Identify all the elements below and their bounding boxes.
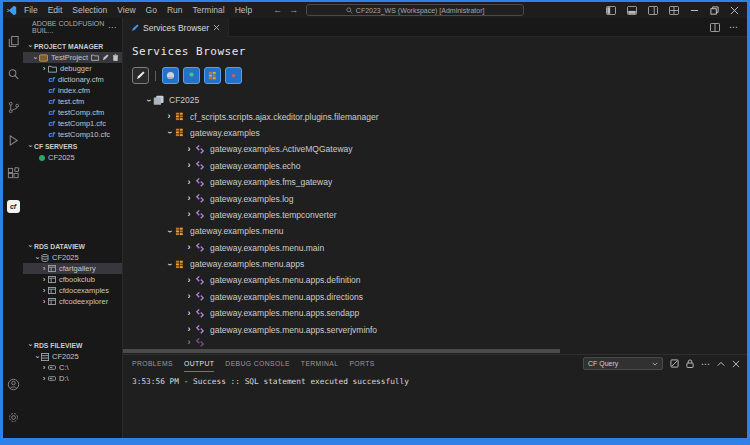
chevron-right-icon: › bbox=[40, 65, 48, 73]
project-testproject[interactable]: › TestProject bbox=[23, 52, 122, 63]
menu-edit[interactable]: Edit bbox=[43, 5, 68, 15]
clear-output-icon[interactable] bbox=[670, 359, 679, 368]
run-debug-icon[interactable] bbox=[3, 124, 23, 157]
explorer-icon[interactable] bbox=[3, 25, 23, 58]
cf-file-icon: cf bbox=[47, 131, 56, 138]
command-center-search[interactable]: CF2023_WS (Workspace) [Administrator] bbox=[306, 4, 524, 16]
close-window-button[interactable] bbox=[730, 6, 739, 15]
tree-item-apps-directions[interactable]: › gateway.examples.menu.apps.directions bbox=[132, 289, 747, 305]
sidebar-more-actions-icon[interactable]: ⋯ bbox=[108, 23, 117, 32]
tree-item-tempconverter[interactable]: › gateway.examples.tempconverter bbox=[132, 207, 747, 223]
tree-item-partial[interactable]: › bbox=[132, 338, 747, 348]
tree-item-echo[interactable]: › gateway.examples.echo bbox=[132, 158, 747, 174]
split-editor-icon[interactable] bbox=[710, 23, 720, 32]
chevron-right-icon: › bbox=[184, 292, 194, 301]
output-channel-select[interactable]: CF Query bbox=[583, 357, 663, 370]
component-icon bbox=[194, 144, 205, 155]
back-arrow-icon[interactable]: ← bbox=[273, 5, 282, 15]
tab-services-browser[interactable]: Services Browser bbox=[123, 18, 229, 37]
menu-help[interactable]: Help bbox=[230, 5, 257, 15]
toggle-panel-icon[interactable] bbox=[627, 6, 637, 15]
chevron-right-icon: › bbox=[40, 287, 48, 295]
edit-pencil-icon[interactable] bbox=[102, 54, 109, 61]
datasource-cfbookclub[interactable]: › cfbookclub bbox=[23, 274, 122, 285]
settings-gear-icon[interactable] bbox=[7, 401, 20, 434]
folder-debugger[interactable]: › debugger bbox=[23, 63, 122, 74]
cf-file-icon: cf bbox=[47, 76, 56, 83]
tree-item-cf2025[interactable]: › CF2025 bbox=[132, 92, 747, 108]
tab-output[interactable]: OUTPUT bbox=[184, 355, 214, 372]
panel-more-actions-icon[interactable]: ⋯ bbox=[701, 359, 710, 369]
close-tab-icon[interactable] bbox=[213, 24, 220, 31]
tab-terminal[interactable]: TERMINAL bbox=[301, 355, 339, 372]
section-rds-fileview[interactable]: › RDS FILEVIEW bbox=[23, 339, 122, 351]
tree-item-activemqgateway[interactable]: › gateway.examples.ActiveMQGateway bbox=[132, 141, 747, 157]
tree-item-apps-sendapp[interactable]: › gateway.examples.menu.apps.sendapp bbox=[132, 305, 747, 321]
package-filter-button[interactable] bbox=[204, 67, 221, 84]
new-folder-icon[interactable] bbox=[91, 54, 99, 61]
tab-problems[interactable]: PROBLEMS bbox=[132, 355, 173, 372]
tree-item-apps-definition[interactable]: › gateway.examples.menu.apps.definition bbox=[132, 272, 747, 288]
drive-c[interactable]: › C:\ bbox=[23, 362, 122, 373]
datasource-cfdocexamples[interactable]: › cfdocexamples bbox=[23, 285, 122, 296]
rds-fileview-root[interactable]: › CF2025 bbox=[23, 351, 122, 362]
tree-item-gateway-examples[interactable]: › gateway.examples bbox=[132, 125, 747, 141]
file-testcomp1-cfc[interactable]: cftestComp1.cfc bbox=[23, 118, 122, 129]
datasource-cfcodeexplorer[interactable]: › cfcodeexplorer bbox=[23, 296, 122, 307]
section-project-manager[interactable]: › PROJECT MANAGER bbox=[23, 40, 122, 52]
tree-item-fms-gateway[interactable]: › gateway.examples.fms_gateway bbox=[132, 174, 747, 190]
tree-item-menu[interactable]: › gateway.examples.menu bbox=[132, 223, 747, 239]
tree-item-menu-apps[interactable]: › gateway.examples.menu.apps bbox=[132, 256, 747, 272]
minimize-button[interactable] bbox=[690, 6, 699, 15]
maximize-panel-icon[interactable] bbox=[717, 361, 725, 367]
menu-run[interactable]: Run bbox=[162, 5, 188, 15]
menu-terminal[interactable]: Terminal bbox=[188, 5, 230, 15]
restore-button[interactable] bbox=[710, 6, 719, 15]
source-control-icon[interactable] bbox=[3, 91, 23, 124]
accounts-icon[interactable] bbox=[7, 368, 20, 401]
section-rds-dataview[interactable]: › RDS DATAVIEW bbox=[23, 240, 122, 252]
tree-item-apps-serverjvminfo[interactable]: › gateway.examples.menu.apps.serverjvmin… bbox=[132, 321, 747, 337]
file-index-cfm[interactable]: cfindex.cfm bbox=[23, 85, 122, 96]
drive-d[interactable]: › D:\ bbox=[23, 373, 122, 384]
tree-item-filemanager[interactable]: › cf_scripts.scripts.ajax.ckeditor.plugi… bbox=[132, 108, 747, 124]
datasource-cfartgallery[interactable]: › cfartgallery bbox=[23, 263, 122, 274]
rds-dataview-root[interactable]: › CF2025 bbox=[23, 252, 122, 263]
toggle-secondary-sidebar-icon[interactable] bbox=[648, 6, 658, 15]
coldfusion-view-icon[interactable]: cf bbox=[3, 190, 23, 223]
toggle-sidebar-icon[interactable] bbox=[606, 6, 616, 15]
file-testcomp-cfm[interactable]: cftestComp.cfm bbox=[23, 107, 122, 118]
extensions-icon[interactable] bbox=[3, 157, 23, 190]
tab-debug-console[interactable]: DEBUG CONSOLE bbox=[225, 355, 290, 372]
menu-go[interactable]: Go bbox=[141, 5, 162, 15]
folder-icon bbox=[48, 65, 57, 73]
tree-item-log[interactable]: › gateway.examples.log bbox=[132, 190, 747, 206]
pen-filter-button[interactable] bbox=[132, 67, 149, 84]
menu-file[interactable]: File bbox=[19, 5, 43, 15]
close-panel-icon[interactable] bbox=[732, 360, 740, 368]
tab-ports[interactable]: PORTS bbox=[349, 355, 374, 372]
server-cf2025[interactable]: CF2025 bbox=[23, 152, 122, 163]
globe-filter-button[interactable] bbox=[162, 67, 179, 84]
menu-selection[interactable]: Selection bbox=[67, 5, 112, 15]
horizontal-scrollbar[interactable] bbox=[123, 349, 560, 353]
section-cf-servers[interactable]: › CF SERVERS bbox=[23, 140, 122, 152]
delete-trash-icon[interactable] bbox=[112, 54, 119, 61]
forward-arrow-icon[interactable]: → bbox=[289, 5, 298, 15]
editor-more-actions-icon[interactable]: ⋯ bbox=[729, 22, 738, 32]
tree-item-label: CF2025 bbox=[169, 95, 199, 105]
file-testcomp10-cfc[interactable]: cftestComp10.cfc bbox=[23, 129, 122, 140]
output-console[interactable]: 3:53:56 PM - Success :: SQL statement ex… bbox=[123, 372, 747, 386]
chevron-right-icon: › bbox=[40, 298, 48, 306]
green-dot-filter-button[interactable] bbox=[183, 67, 200, 84]
customize-layout-icon[interactable] bbox=[669, 6, 679, 15]
menu-view[interactable]: View bbox=[112, 5, 140, 15]
search-view-icon[interactable] bbox=[3, 58, 23, 91]
lock-icon[interactable] bbox=[686, 359, 694, 368]
tree-item-label: gateway.examples.tempconverter bbox=[210, 210, 336, 220]
file-test-cfm[interactable]: cftest.cfm bbox=[23, 96, 122, 107]
file-dictionary-cfm[interactable]: cfdictionary.cfm bbox=[23, 74, 122, 85]
tree-item-menu-main[interactable]: › gateway.examples.menu.main bbox=[132, 240, 747, 256]
red-arrow-filter-button[interactable] bbox=[225, 67, 242, 84]
component-icon bbox=[194, 242, 205, 253]
